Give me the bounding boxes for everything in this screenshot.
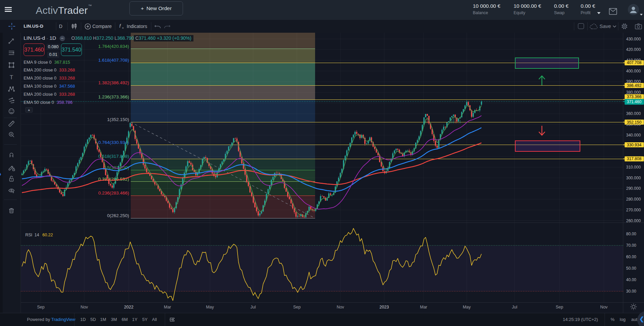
- svg-text:60.00: 60.00: [626, 255, 636, 259]
- svg-text:386.492: 386.492: [627, 83, 642, 88]
- svg-text:50.00: 50.00: [626, 266, 636, 271]
- svg-text:260.000: 260.000: [626, 218, 641, 223]
- svg-text:40.00: 40.00: [626, 277, 636, 282]
- svg-text:30.00: 30.00: [626, 289, 636, 294]
- svg-text:Sep: Sep: [293, 305, 301, 309]
- svg-text:400.000: 400.000: [626, 69, 641, 73]
- svg-text:430.000: 430.000: [626, 37, 641, 41]
- svg-text:Jul: Jul: [512, 305, 517, 309]
- svg-text:Sep: Sep: [556, 305, 563, 309]
- svg-text:×: ×: [122, 26, 124, 30]
- svg-text:371.460: 371.460: [627, 99, 642, 104]
- svg-text:340.000: 340.000: [626, 133, 641, 138]
- svg-text:1.618(407.708): 1.618(407.708): [98, 58, 129, 63]
- svg-text:Sep: Sep: [37, 305, 44, 309]
- svg-text:352.150: 352.150: [627, 120, 642, 125]
- svg-text:0.764(330.934): 0.764(330.934): [98, 140, 129, 145]
- svg-text:Nov: Nov: [81, 305, 88, 309]
- svg-text:270.000: 270.000: [626, 208, 641, 212]
- svg-text:Jul: Jul: [250, 305, 256, 309]
- svg-text:1(352.150): 1(352.150): [107, 117, 129, 122]
- svg-text:380.000: 380.000: [626, 90, 641, 95]
- svg-text:420.000: 420.000: [626, 47, 641, 52]
- svg-text:0(262.250): 0(262.250): [107, 213, 129, 218]
- svg-text:70.00: 70.00: [626, 243, 636, 248]
- svg-text:Nov: Nov: [337, 305, 344, 309]
- svg-text:280.000: 280.000: [626, 197, 641, 202]
- svg-text:T: T: [10, 74, 13, 81]
- svg-text:360.000: 360.000: [626, 111, 641, 116]
- svg-text:Mar: Mar: [164, 305, 171, 309]
- svg-text:300.000: 300.000: [626, 176, 641, 180]
- svg-text:2023: 2023: [379, 305, 389, 309]
- svg-text:f: f: [119, 23, 121, 29]
- svg-text:407.708: 407.708: [627, 60, 642, 65]
- svg-text:1.764(420.834): 1.764(420.834): [98, 44, 129, 49]
- svg-text:373.366: 373.366: [627, 94, 642, 99]
- svg-text:2022: 2022: [124, 305, 133, 309]
- svg-text:RSI 14 60.22: RSI 14 60.22: [25, 233, 53, 237]
- svg-text:80.00: 80.00: [626, 232, 636, 236]
- svg-text:1.236(373.366): 1.236(373.366): [98, 94, 129, 99]
- svg-text:1.382(386.492): 1.382(386.492): [98, 80, 129, 85]
- svg-text:310.000: 310.000: [626, 165, 641, 170]
- svg-text:317.808: 317.808: [627, 156, 642, 161]
- svg-text:330.934: 330.934: [627, 143, 642, 147]
- svg-text:0.236(283.466): 0.236(283.466): [98, 190, 129, 196]
- svg-text:May: May: [463, 305, 471, 309]
- svg-text:290.000: 290.000: [626, 186, 641, 191]
- svg-text:Mar: Mar: [420, 305, 427, 309]
- svg-text:May: May: [206, 305, 214, 309]
- svg-text:Nov: Nov: [600, 305, 608, 309]
